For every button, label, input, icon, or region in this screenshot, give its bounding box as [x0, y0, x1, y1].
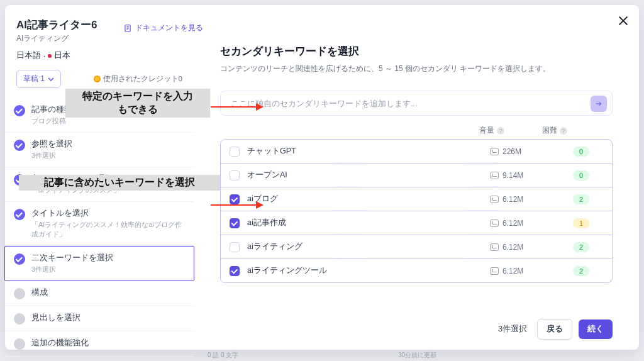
sidebar-step[interactable]: 構成	[5, 281, 194, 306]
help-icon[interactable]: ?	[497, 127, 504, 135]
keyword-volume: 9.14M	[490, 171, 559, 180]
keyword-row[interactable]: aiライティング6.12M2	[221, 235, 612, 259]
sidebar-step[interactable]: 主要キーワードを選択「aiライティングのススメ」	[5, 167, 194, 202]
keyword-volume: 6.12M	[490, 267, 559, 275]
step-title: 構成	[31, 287, 48, 298]
main-panel: セカンダリキーワードを選択 コンテンツのリーチと関連性を広げるために、5 ～ 1…	[194, 5, 639, 350]
keyword-volume: 6.12M	[490, 195, 559, 204]
check-icon	[14, 105, 25, 116]
add-keyword-button[interactable]	[591, 96, 607, 112]
check-icon	[14, 253, 25, 265]
keyword-difficulty: 0	[559, 170, 603, 181]
volume-icon	[490, 148, 499, 155]
step-title: タイトルを選択	[31, 208, 182, 219]
keyword-checkbox[interactable]	[230, 266, 240, 276]
keyword-row[interactable]: チャットGPT226M0	[221, 140, 612, 164]
secondary-keyword-input[interactable]	[231, 99, 583, 108]
keyword-difficulty: 2	[559, 194, 603, 204]
keyword-checkbox[interactable]	[230, 194, 240, 204]
keyword-checkbox[interactable]	[230, 242, 240, 252]
arrow-right-icon	[594, 99, 603, 108]
help-icon[interactable]: ?	[560, 127, 567, 135]
volume-icon	[490, 196, 499, 203]
keyword-volume: 6.12M	[490, 219, 559, 228]
language-country: 日本語 · 日本	[16, 50, 182, 61]
keyword-difficulty: 1	[559, 218, 603, 228]
continue-button[interactable]: 続く	[579, 319, 613, 339]
volume-icon	[490, 172, 499, 179]
keyword-input-row	[220, 91, 613, 116]
view-document-button[interactable]: ドキュメントを見る	[123, 23, 203, 33]
sidebar-step[interactable]: 見出しを選択	[5, 306, 194, 331]
step-title: 参照を選択	[31, 139, 72, 150]
keyword-name: チャットGPT	[247, 146, 490, 157]
keyword-name: ai記事作成	[247, 218, 490, 228]
check-icon	[14, 174, 25, 186]
app-subtitle: AIライティング	[16, 33, 182, 44]
sidebar-step[interactable]: 二次キーワードを選択3件選択	[4, 246, 194, 281]
keyword-row[interactable]: aiライティングツール6.12M2	[221, 259, 612, 282]
step-subtitle: 「AIライティングのススメ！効率的なaiブログ作成ガイド」	[31, 220, 182, 239]
keyword-checkbox[interactable]	[230, 218, 240, 228]
draft-dropdown[interactable]: 草稿 1	[16, 70, 61, 88]
step-subtitle: 3件選択	[31, 151, 72, 160]
coin-icon	[94, 75, 101, 82]
pending-dot-icon	[14, 313, 25, 325]
sidebar-step[interactable]: 記事の種類ブログ投稿	[5, 98, 194, 133]
keyword-name: aiライティングツール	[247, 265, 490, 276]
keyword-volume: 6.12M	[490, 243, 559, 252]
page-description: コンテンツのリーチと関連性を広げるために、5 ～ 15 個のセカンダリ キーワー…	[220, 64, 613, 74]
step-title: 追加の機能強化	[31, 338, 89, 348]
pending-dot-icon	[14, 338, 25, 350]
keyword-volume: 226M	[490, 147, 559, 156]
chevron-down-icon	[48, 76, 54, 82]
keyword-difficulty: 0	[559, 147, 603, 157]
keyword-checkbox[interactable]	[230, 170, 240, 181]
sidebar: AI記事ライター6 AIライティング 日本語 · 日本 ドキュメントを見る 草稿…	[5, 5, 194, 350]
table-header: 音量? 困難?	[220, 126, 613, 135]
step-subtitle: 「aiライティングのススメ」	[31, 186, 120, 195]
keyword-table: チャットGPT226M0オープンAI9.14M0aiブログ6.12M2ai記事作…	[220, 139, 613, 283]
credits-used: 使用されたクレジット0	[94, 74, 182, 84]
keyword-row[interactable]: aiブログ6.12M2	[221, 187, 612, 211]
selected-count: 3件選択	[498, 324, 527, 335]
check-icon	[14, 209, 25, 220]
flag-dot-icon	[48, 54, 52, 58]
status-bar: 0 語 0 文字 30分前に更新	[0, 350, 644, 361]
step-subtitle: ブログ投稿	[31, 116, 72, 126]
keyword-name: aiブログ	[247, 194, 490, 204]
step-title: 記事の種類	[31, 104, 72, 115]
step-title: 二次キーワードを選択	[31, 253, 113, 264]
footer-bar: 3件選択 戻る 続く	[220, 311, 613, 350]
keyword-checkbox[interactable]	[230, 147, 240, 157]
keyword-difficulty: 2	[559, 242, 603, 252]
pending-dot-icon	[14, 288, 25, 299]
step-list: 記事の種類ブログ投稿参照を選択3件選択主要キーワードを選択「aiライティングのス…	[5, 98, 194, 361]
check-icon	[14, 140, 25, 151]
keyword-row[interactable]: ai記事作成6.12M1	[221, 211, 612, 235]
sidebar-step[interactable]: 参照を選択3件選択	[5, 133, 194, 167]
sidebar-step[interactable]: タイトルを選択「AIライティングのススメ！効率的なaiブログ作成ガイド」	[5, 202, 194, 246]
keyword-row[interactable]: オープンAI9.14M0	[221, 164, 612, 187]
step-subtitle: 3件選択	[31, 265, 113, 274]
step-title: 見出しを選択	[31, 313, 80, 323]
keyword-name: オープンAI	[247, 170, 490, 181]
keyword-difficulty: 2	[559, 266, 603, 276]
volume-icon	[490, 219, 499, 227]
step-title: 主要キーワードを選択	[31, 174, 120, 184]
back-button[interactable]: 戻る	[537, 319, 572, 340]
volume-icon	[490, 243, 499, 251]
keyword-name: aiライティング	[247, 242, 490, 252]
page-heading: セカンダリキーワードを選択	[220, 44, 613, 58]
volume-icon	[490, 267, 499, 275]
